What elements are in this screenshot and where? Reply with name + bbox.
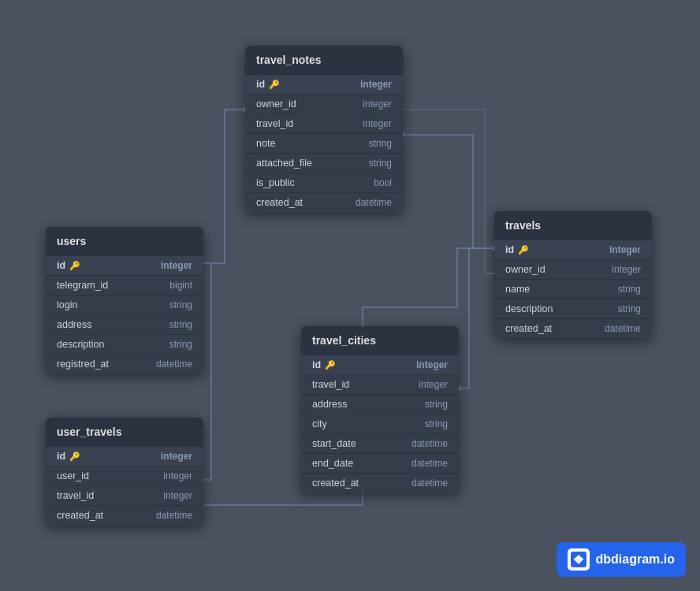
table-row: id 🔑 integer: [245, 74, 403, 94]
table-row: login string: [46, 295, 203, 314]
table-body-users: id 🔑 integer telegram_id bigint login st…: [46, 255, 203, 374]
table-row: owner_id integer: [494, 259, 652, 279]
table-travel-notes[interactable]: travel_notes id 🔑 integer owner_id integ…: [245, 46, 403, 212]
table-body-travels: id 🔑 integer owner_id integer name strin…: [494, 240, 652, 338]
table-users[interactable]: users id 🔑 integer telegram_id bigint lo…: [46, 227, 203, 374]
table-row: created_at datetime: [301, 473, 459, 492]
table-row: is_public bool: [245, 173, 403, 192]
key-icon: 🔑: [69, 261, 80, 271]
brand-icon: [568, 548, 590, 571]
table-row: registred_at datetime: [46, 354, 203, 374]
key-icon: 🔑: [518, 245, 529, 255]
table-row: id 🔑 integer: [301, 355, 459, 374]
table-header-users: users: [46, 227, 203, 255]
table-row: created_at datetime: [245, 192, 403, 212]
table-row: note string: [245, 133, 403, 153]
table-row: id 🔑 integer: [46, 446, 203, 466]
table-row: city string: [301, 414, 459, 433]
table-body-travel-cities: id 🔑 integer travel_id integer address s…: [301, 355, 459, 492]
table-header-travel-cities: travel_cities: [301, 326, 459, 355]
table-row: user_id integer: [46, 466, 203, 485]
table-row: description string: [494, 299, 652, 318]
table-row: owner_id integer: [245, 94, 403, 113]
key-icon: 🔑: [269, 80, 280, 90]
table-travel-cities[interactable]: travel_cities id 🔑 integer travel_id int…: [301, 326, 459, 492]
table-row: end_date datetime: [301, 453, 459, 473]
table-row: id 🔑 integer: [46, 255, 203, 275]
table-header-travels: travels: [494, 211, 652, 240]
table-row: travel_id integer: [301, 374, 459, 394]
table-body-user-travels: id 🔑 integer user_id integer travel_id i…: [46, 446, 203, 525]
table-travels[interactable]: travels id 🔑 integer owner_id integer na…: [494, 211, 652, 338]
table-row: start_date datetime: [301, 433, 459, 453]
table-row: address string: [46, 314, 203, 334]
table-row: attached_file string: [245, 153, 403, 173]
table-header-travel-notes: travel_notes: [245, 46, 403, 74]
table-user-travels[interactable]: user_travels id 🔑 integer user_id intege…: [46, 418, 203, 525]
table-row: description string: [46, 334, 203, 354]
key-icon: 🔑: [325, 360, 336, 370]
table-row: travel_id integer: [46, 485, 203, 505]
table-row: telegram_id bigint: [46, 275, 203, 295]
table-row: created_at datetime: [46, 505, 203, 525]
key-icon: 🔑: [69, 452, 80, 462]
brand-text: dbdiagram.io: [596, 552, 675, 567]
table-row: created_at datetime: [494, 318, 652, 338]
table-header-user-travels: user_travels: [46, 418, 203, 446]
table-row: travel_id integer: [245, 113, 403, 133]
table-row: address string: [301, 394, 459, 414]
table-row: id 🔑 integer: [494, 240, 652, 259]
brand-badge[interactable]: dbdiagram.io: [557, 542, 686, 577]
table-body-travel-notes: id 🔑 integer owner_id integer travel_id …: [245, 74, 403, 212]
table-row: name string: [494, 279, 652, 299]
